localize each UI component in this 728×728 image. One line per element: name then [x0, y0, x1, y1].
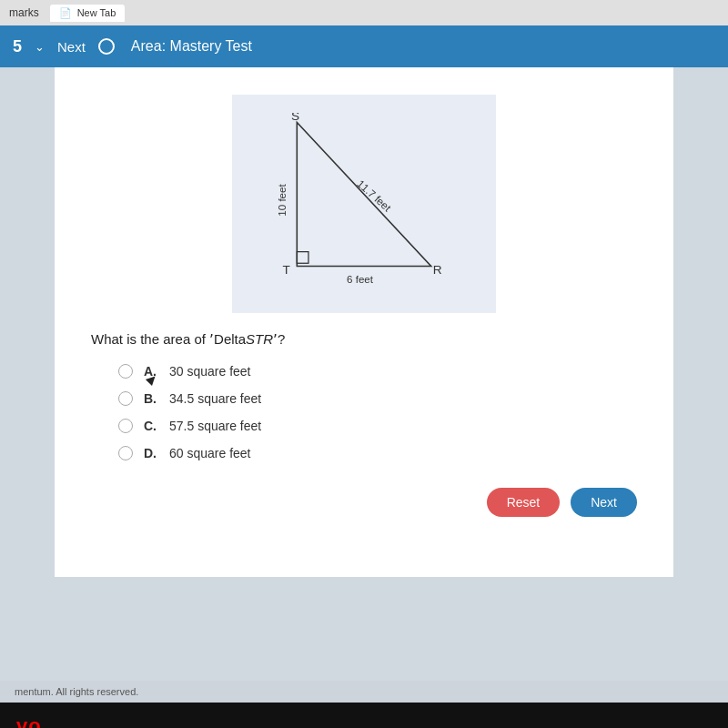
main-content: S T R 10 feet 11.7 feet 6 feet What is t…	[0, 67, 728, 703]
side-tr-label: 6 feet	[347, 274, 374, 285]
answer-option-a[interactable]: A. 30 square feet	[118, 364, 646, 379]
question-card: S T R 10 feet 11.7 feet 6 feet What is t…	[55, 67, 673, 577]
page-icon: 📄	[59, 7, 72, 19]
vertex-s-label: S	[291, 113, 299, 123]
radio-c[interactable]	[118, 419, 133, 433]
triangle-diagram: S T R 10 feet 11.7 feet 6 feet	[273, 113, 455, 295]
svg-rect-1	[297, 252, 308, 264]
option-text-d: 60 square feet	[169, 446, 251, 460]
option-text-b: 34.5 square feet	[169, 391, 261, 406]
question-text: What is the area of ʼDeltaSTRʼ?	[91, 331, 646, 348]
toolbar-next-button[interactable]: Next	[57, 39, 86, 55]
vertex-t-label: T	[283, 263, 291, 277]
svg-marker-0	[297, 123, 430, 267]
footer: mentum. All rights reserved.	[0, 681, 728, 703]
answer-option-b[interactable]: B. 34.5 square feet	[118, 391, 646, 406]
answer-option-d[interactable]: D. 60 square feet	[118, 446, 646, 460]
lenovo-bar: vo	[0, 703, 728, 728]
chevron-down-icon: ⌄	[35, 40, 45, 54]
option-letter-d: D.	[144, 446, 158, 460]
radio-d[interactable]	[118, 446, 133, 460]
side-st-label: 10 feet	[277, 184, 288, 217]
question-number: 5	[13, 37, 22, 56]
radio-a[interactable]	[118, 364, 133, 379]
browser-tab2[interactable]: 📄 New Tab	[50, 5, 126, 22]
browser-bar: marks 📄 New Tab	[0, 0, 728, 25]
toolbar-title: Area: Mastery Test	[131, 38, 252, 55]
option-letter-b: B.	[144, 391, 158, 406]
answer-option-c[interactable]: C. 57.5 square feet	[118, 419, 646, 433]
radio-b[interactable]	[118, 391, 133, 406]
footer-text: mentum. All rights reserved.	[15, 686, 138, 697]
reset-button[interactable]: Reset	[487, 488, 561, 517]
option-text-c: 57.5 square feet	[169, 419, 261, 433]
answer-options: A. 30 square feet B. 34.5 square feet C.…	[118, 364, 646, 460]
info-icon	[98, 38, 115, 55]
next-button[interactable]: Next	[571, 488, 637, 517]
buttons-row: Reset Next	[82, 488, 646, 517]
option-letter-c: C.	[144, 419, 158, 433]
side-sr-label: 11.7 feet	[355, 178, 393, 215]
option-text-a: 30 square feet	[169, 364, 251, 379]
lenovo-logo: vo	[16, 714, 42, 728]
browser-tab1-label: marks	[9, 6, 39, 19]
vertex-r-label: R	[433, 263, 442, 277]
diagram-area: S T R 10 feet 11.7 feet 6 feet	[232, 95, 496, 313]
app-toolbar: 5 ⌄ Next Area: Mastery Test	[0, 25, 728, 67]
browser-tab2-label: New Tab	[77, 7, 116, 18]
